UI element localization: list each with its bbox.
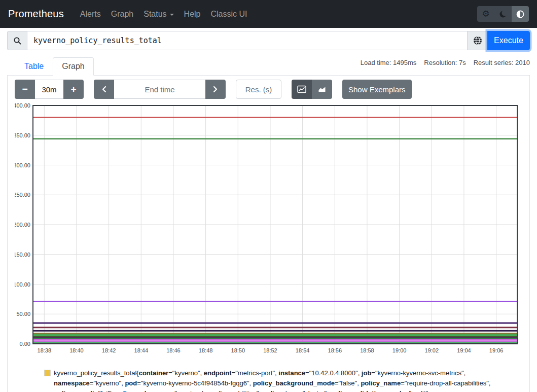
line-chart-icon [297,85,306,93]
tab-table[interactable]: Table [15,57,53,76]
main-nav: Alerts Graph Status Help Classic UI [75,6,253,23]
svg-text:200.00: 200.00 [15,222,30,228]
range-stepper: − + [15,80,84,99]
svg-text:18:42: 18:42 [102,347,116,353]
chevron-left-icon [101,86,106,93]
svg-text:50.00: 50.00 [16,311,30,317]
query-input[interactable] [27,31,468,50]
svg-text:100.00: 100.00 [15,281,30,288]
svg-text:18:38: 18:38 [38,347,52,353]
nav-item-classic-ui[interactable]: Classic UI [205,6,252,23]
navbar: Prometheus Alerts Graph Status Help Clas… [0,0,537,28]
svg-text:18:50: 18:50 [231,347,245,353]
nav-item-graph[interactable]: Graph [106,6,138,23]
chevron-right-icon [213,86,218,93]
svg-text:150.00: 150.00 [15,252,30,258]
theme-toggle-group: ⚙ [477,6,529,22]
svg-text:0.00: 0.00 [20,341,30,347]
moon-icon [499,10,507,18]
result-series: Result series: 2010 [474,59,530,66]
chart-type-toggle [292,80,332,99]
resolution: Resolution: 7s [424,59,466,66]
gear-icon: ⚙ [482,10,489,18]
svg-text:300.00: 300.00 [15,162,30,168]
svg-text:18:44: 18:44 [134,347,149,353]
theme-dark-button[interactable] [494,6,512,22]
svg-text:18:58: 18:58 [360,347,374,353]
metrics-explorer-button[interactable] [468,31,487,50]
theme-light-button[interactable]: ⚙ [477,6,494,22]
search-icon [13,37,22,45]
graph-controls: − + [15,80,522,99]
svg-text:18:40: 18:40 [69,347,84,353]
circle-half-icon [516,10,524,18]
resolution-input[interactable] [236,80,281,99]
svg-text:19:06: 19:06 [489,347,504,353]
line-chart-button[interactable] [292,80,312,99]
chart-legend: kyverno_policy_results_total{container="… [45,368,530,392]
svg-text:18:52: 18:52 [263,347,277,353]
svg-text:18:54: 18:54 [296,347,310,353]
time-forward-button[interactable] [205,80,226,99]
svg-text:18:56: 18:56 [328,347,342,353]
tab-row: Load time: 1495ms Resolution: 7s Result … [0,57,537,76]
nav-item-help[interactable]: Help [179,6,206,23]
chart[interactable]: 0.0050.00100.00150.00200.00250.00300.003… [15,103,522,355]
svg-text:19:02: 19:02 [425,347,439,353]
svg-text:18:46: 18:46 [166,347,181,353]
query-stats: Load time: 1495ms Resolution: 7s Result … [361,59,530,66]
app-brand[interactable]: Prometheus [8,8,64,20]
svg-text:350.00: 350.00 [15,132,30,138]
graph-panel: − + [7,76,530,392]
range-increase-button[interactable]: + [63,80,84,99]
search-addon [7,31,27,50]
chart-svg: 0.0050.00100.00150.00200.00250.00300.003… [15,103,523,355]
theme-auto-button[interactable] [512,6,529,22]
show-exemplars-button[interactable]: Show Exemplars [342,80,412,99]
execute-button[interactable]: Execute [487,31,530,50]
svg-text:400.00: 400.00 [15,103,30,109]
nav-item-status[interactable]: Status [138,6,178,23]
svg-text:19:04: 19:04 [457,347,471,353]
time-navigation [94,80,226,99]
series-swatch [45,370,50,376]
chevron-down-icon [170,14,174,16]
query-bar: Execute [7,31,530,50]
time-back-button[interactable] [94,80,114,99]
load-time: Load time: 1495ms [361,59,417,66]
legend-text: kyverno_policy_results_total{container="… [54,369,490,392]
globe-icon [473,36,482,45]
svg-text:18:48: 18:48 [199,347,213,353]
legend-item[interactable]: kyverno_policy_results_total{container="… [45,368,530,392]
end-time-input[interactable] [114,80,205,99]
stacked-chart-icon [317,85,327,93]
svg-text:250.00: 250.00 [15,192,30,198]
range-decrease-button[interactable]: − [15,80,35,99]
tab-graph[interactable]: Graph [53,57,93,76]
stacked-chart-button[interactable] [312,80,332,99]
svg-text:19:00: 19:00 [392,347,407,353]
nav-item-alerts[interactable]: Alerts [75,6,106,23]
range-input[interactable] [35,80,63,99]
